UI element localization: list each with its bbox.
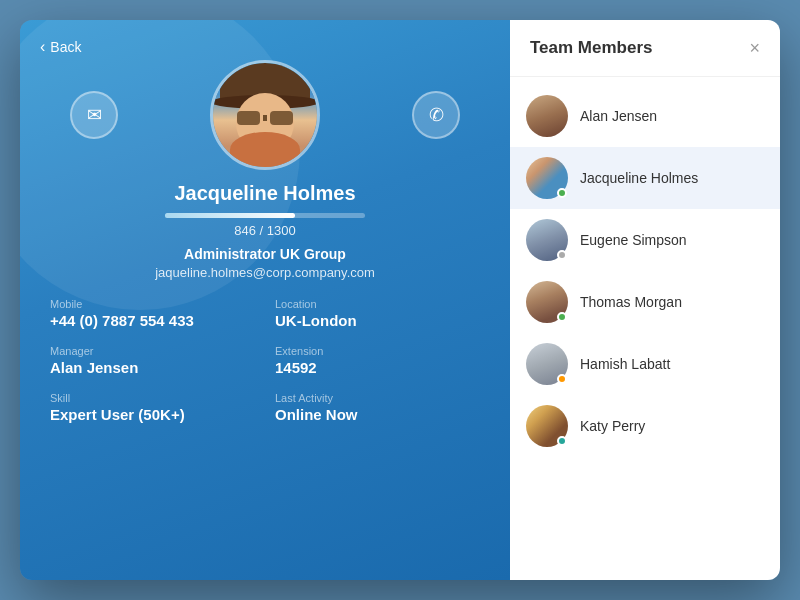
skill-field: Skill Expert User (50K+) [50, 392, 255, 423]
activity-field: Last Activity Online Now [275, 392, 480, 423]
skill-value: Expert User (50K+) [50, 406, 255, 423]
status-dot-thomas [557, 312, 567, 322]
activity-label: Last Activity [275, 392, 480, 404]
member-avatar-wrap-alan [526, 95, 568, 137]
profile-name: Jacqueline Holmes [174, 182, 355, 205]
close-button[interactable]: × [749, 39, 760, 57]
member-avatar-wrap-hamish [526, 343, 568, 385]
extension-value: 14592 [275, 359, 480, 376]
member-item-eugene[interactable]: Eugene Simpson [510, 209, 780, 271]
member-avatar-alan [526, 95, 568, 137]
back-label: Back [50, 39, 81, 55]
member-name-katy: Katy Perry [580, 418, 645, 434]
modal-container: ‹ Back ✉ [20, 20, 780, 580]
member-name-alan: Alan Jensen [580, 108, 657, 124]
extension-label: Extension [275, 345, 480, 357]
status-dot-hamish [557, 374, 567, 384]
status-dot-jacqueline [557, 188, 567, 198]
manager-value: Alan Jensen [50, 359, 255, 376]
status-dot-eugene [557, 250, 567, 260]
member-name-thomas: Thomas Morgan [580, 294, 682, 310]
profile-role: Administrator UK Group [184, 246, 346, 262]
back-button[interactable]: ‹ Back [40, 38, 81, 56]
progress-text: 846 / 1300 [234, 223, 295, 238]
lens-right [270, 111, 293, 125]
member-avatar-wrap-katy [526, 405, 568, 447]
extension-field: Extension 14592 [275, 345, 480, 376]
panel-header: Team Members × [510, 20, 780, 77]
manager-label: Manager [50, 345, 255, 357]
mobile-field: Mobile +44 (0) 7887 554 433 [50, 298, 255, 329]
right-panel: Team Members × Alan JensenJacqueline Hol… [510, 20, 780, 580]
email-button[interactable]: ✉ [70, 91, 118, 139]
phone-button[interactable]: ✆ [412, 91, 460, 139]
info-grid: Mobile +44 (0) 7887 554 433 Location UK-… [50, 298, 480, 423]
member-item-alan[interactable]: Alan Jensen [510, 85, 780, 147]
profile-email: jaqueline.holmes@corp.company.com [155, 265, 375, 280]
panel-title: Team Members [530, 38, 653, 58]
member-name-jacqueline: Jacqueline Holmes [580, 170, 698, 186]
member-item-jacqueline[interactable]: Jacqueline Holmes [510, 147, 780, 209]
phone-icon: ✆ [429, 104, 444, 126]
member-name-eugene: Eugene Simpson [580, 232, 687, 248]
sunglasses [237, 111, 293, 125]
member-name-hamish: Hamish Labatt [580, 356, 670, 372]
member-avatar-wrap-eugene [526, 219, 568, 261]
avatar-image [213, 63, 317, 167]
progress-bar-fill [165, 213, 295, 218]
sg-bridge [263, 115, 267, 121]
location-label: Location [275, 298, 480, 310]
skill-label: Skill [50, 392, 255, 404]
member-item-thomas[interactable]: Thomas Morgan [510, 271, 780, 333]
left-panel: ‹ Back ✉ [20, 20, 510, 580]
back-arrow-icon: ‹ [40, 38, 45, 56]
member-avatar-wrap-jacqueline [526, 157, 568, 199]
progress-bar-container [165, 213, 365, 218]
member-avatar-wrap-thomas [526, 281, 568, 323]
mobile-value: +44 (0) 7887 554 433 [50, 312, 255, 329]
location-value: UK-London [275, 312, 480, 329]
manager-field: Manager Alan Jensen [50, 345, 255, 376]
member-item-hamish[interactable]: Hamish Labatt [510, 333, 780, 395]
email-icon: ✉ [87, 104, 102, 126]
action-buttons-row: ✉ ✆ [50, 60, 480, 170]
member-list: Alan JensenJacqueline HolmesEugene Simps… [510, 77, 780, 580]
member-item-katy[interactable]: Katy Perry [510, 395, 780, 457]
body-shape [230, 132, 300, 167]
activity-value: Online Now [275, 406, 480, 423]
profile-avatar [210, 60, 320, 170]
location-field: Location UK-London [275, 298, 480, 329]
status-dot-katy [557, 436, 567, 446]
mobile-label: Mobile [50, 298, 255, 310]
lens-left [237, 111, 260, 125]
